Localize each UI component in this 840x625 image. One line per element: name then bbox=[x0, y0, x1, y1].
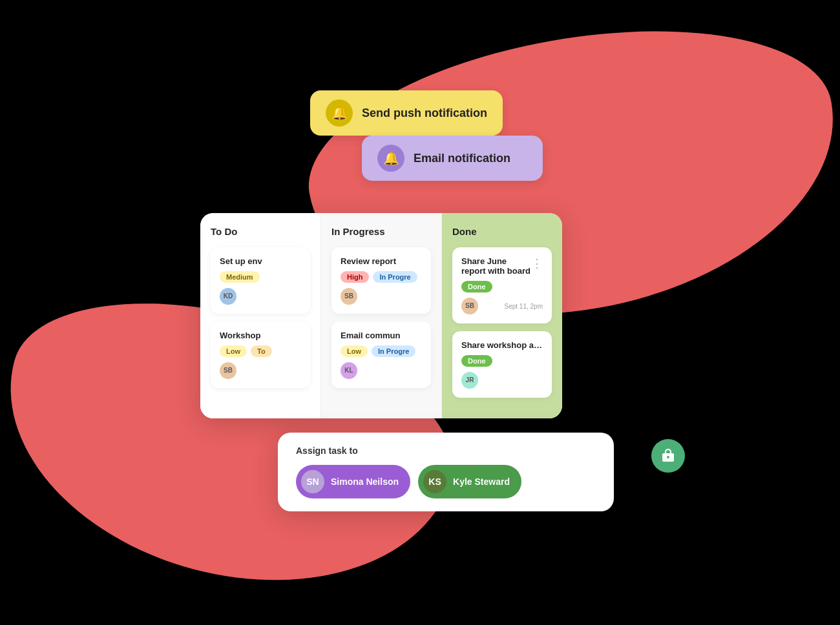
card-email-commun: Email commun Low In Progre KL bbox=[331, 322, 431, 388]
email-bell-icon: 🔔 bbox=[377, 145, 404, 172]
avatar-jr: JR bbox=[461, 372, 478, 389]
card-badges-5: Done bbox=[461, 281, 543, 292]
card-review-report: Review report High In Progre SB bbox=[331, 247, 431, 314]
col-header-done: Done bbox=[452, 226, 552, 237]
card-avatar-sb1: SB bbox=[220, 362, 301, 379]
badge-done-1: Done bbox=[461, 281, 492, 292]
avatar-kd: KD bbox=[220, 288, 236, 305]
avatar-kyle: KS bbox=[423, 470, 446, 493]
badge-done-2: Done bbox=[461, 355, 492, 367]
push-notification-label: Send push notification bbox=[362, 107, 487, 120]
badge-inprogress-2: In Progre bbox=[372, 345, 415, 357]
badge-low-1: Low bbox=[220, 345, 247, 357]
badge-inprogress-1: In Progre bbox=[373, 271, 417, 283]
push-bell-icon: 🔔 bbox=[326, 99, 353, 127]
badge-todo-1: To bbox=[251, 345, 272, 357]
simona-initials: SN bbox=[306, 476, 319, 487]
card-avatar-kd: KD bbox=[220, 288, 301, 305]
email-notification-label: Email notification bbox=[414, 152, 510, 165]
card-share-june-report: Share June report with board ⋮ Done SB S… bbox=[452, 247, 552, 323]
card-set-up-env: Set up env Medium KD bbox=[211, 247, 310, 314]
col-header-todo: To Do bbox=[211, 226, 310, 237]
lock-svg bbox=[660, 448, 676, 464]
lock-icon bbox=[651, 439, 685, 473]
avatar-simona: SN bbox=[301, 470, 324, 493]
card-title-row-5: Share June report with board ⋮ bbox=[461, 256, 543, 281]
kanban-board: To Do Set up env Medium KD Workshop Low … bbox=[200, 213, 562, 418]
card-title-3: Review report bbox=[341, 256, 422, 266]
card-footer-5: SB Sept 11, 2pm bbox=[461, 298, 543, 314]
avatar-kl: KL bbox=[341, 362, 357, 379]
kyle-initials: KS bbox=[428, 476, 441, 487]
badge-low-2: Low bbox=[341, 345, 368, 357]
simona-name: Simona Neilson bbox=[331, 476, 399, 487]
kanban-col-done: Done Share June report with board ⋮ Done… bbox=[442, 213, 562, 418]
avatar-sb-done: SB bbox=[461, 298, 478, 314]
email-notification-card: 🔔 Email notification bbox=[362, 136, 543, 181]
assign-simona-button[interactable]: SN Simona Neilson bbox=[296, 465, 410, 498]
card-menu-dots[interactable]: ⋮ bbox=[531, 256, 543, 271]
assign-task-panel: Assign task to SN Simona Neilson KS Kyle… bbox=[278, 433, 614, 511]
card-badges-4: Low In Progre bbox=[341, 345, 422, 357]
assign-task-title: Assign task to bbox=[296, 446, 596, 456]
card-title-4: Email commun bbox=[341, 331, 422, 340]
card-footer-6: JR bbox=[461, 372, 543, 389]
col-header-inprogress: In Progress bbox=[331, 226, 431, 237]
card-title-6: Share workshop agenda bbox=[461, 340, 543, 350]
card-avatar-kl: KL bbox=[341, 362, 422, 379]
avatar-sb-prog: SB bbox=[341, 288, 357, 305]
card-share-workshop-agenda: Share workshop agenda Done JR bbox=[452, 331, 552, 398]
card-badges-6: Done bbox=[461, 355, 543, 367]
badge-medium: Medium bbox=[220, 271, 260, 283]
push-notification-card: 🔔 Send push notification bbox=[310, 90, 503, 136]
card-badges-1: Medium bbox=[220, 271, 301, 283]
kanban-col-todo: To Do Set up env Medium KD Workshop Low … bbox=[200, 213, 320, 418]
badge-high: High bbox=[341, 271, 369, 283]
card-title-1: Set up env bbox=[220, 256, 301, 266]
card-badges-2: Low To bbox=[220, 345, 301, 357]
card-title-5: Share June report with board bbox=[461, 256, 531, 276]
card-avatar-sb2: SB bbox=[341, 288, 422, 305]
assign-people-list: SN Simona Neilson KS Kyle Steward bbox=[296, 465, 596, 498]
card-badges-3: High In Progre bbox=[341, 271, 422, 283]
avatar-sb-todo: SB bbox=[220, 362, 236, 379]
card-title-2: Workshop bbox=[220, 331, 301, 340]
card-workshop: Workshop Low To SB bbox=[211, 322, 310, 388]
assign-kyle-button[interactable]: KS Kyle Steward bbox=[418, 465, 521, 498]
card-date-5: Sept 11, 2pm bbox=[505, 303, 543, 310]
kanban-col-inprogress: In Progress Review report High In Progre… bbox=[320, 213, 442, 418]
kyle-name: Kyle Steward bbox=[453, 476, 510, 487]
